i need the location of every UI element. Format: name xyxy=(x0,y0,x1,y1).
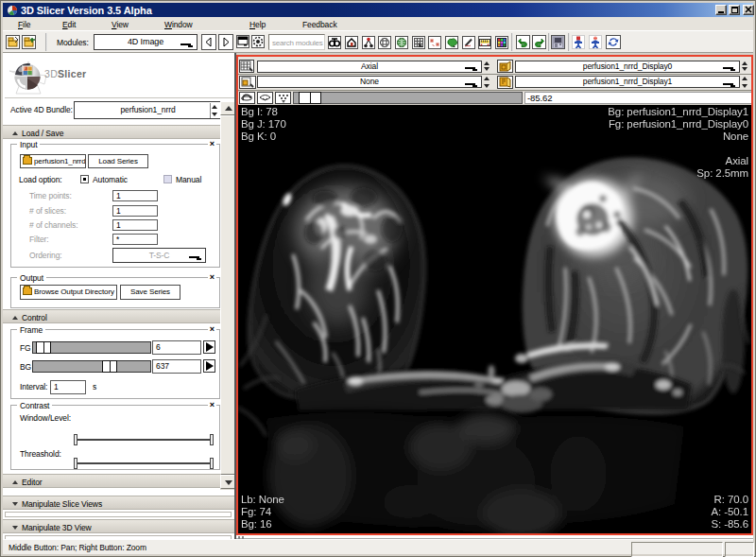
svg-text:Fg: perfusion1_nrrd_Display0: Fg: perfusion1_nrrd_Display0 xyxy=(609,118,748,130)
svg-text:Bg K: 0: Bg K: 0 xyxy=(241,131,276,142)
svg-text:A: -50.1: A: -50.1 xyxy=(712,506,748,517)
svg-text:None: None xyxy=(723,131,748,142)
svg-text:Bg I: 78: Bg I: 78 xyxy=(241,106,278,117)
svg-text:Bg: 16: Bg: 16 xyxy=(241,518,272,530)
svg-text:Bg: perfusion1_nrrd_Display1: Bg: perfusion1_nrrd_Display1 xyxy=(608,106,748,117)
svg-text:R: 70.0: R: 70.0 xyxy=(714,494,748,505)
svg-text:Sp: 2.5mm: Sp: 2.5mm xyxy=(696,167,748,179)
svg-text:Axial: Axial xyxy=(726,155,748,166)
svg-text:Bg J: 170: Bg J: 170 xyxy=(241,118,286,130)
svg-text:Lb: None: Lb: None xyxy=(241,494,284,505)
svg-text:S: -85.6: S: -85.6 xyxy=(712,518,748,530)
svg-text:Fg: 74: Fg: 74 xyxy=(241,506,272,517)
